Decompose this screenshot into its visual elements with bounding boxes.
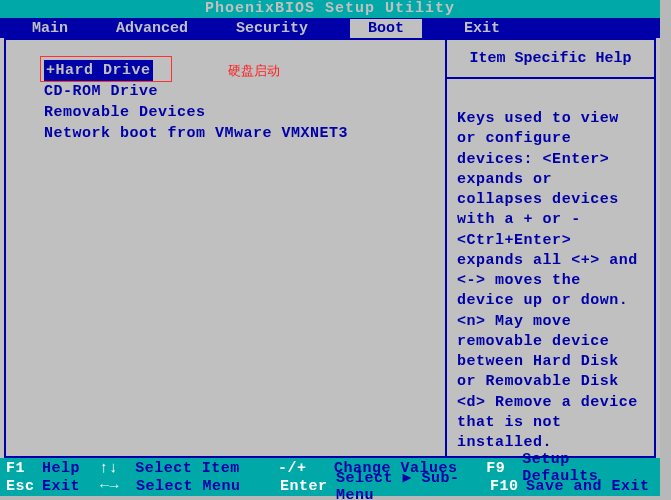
label-select-item: Select Item xyxy=(135,460,240,477)
content-area: 硬盘启动 +Hard Drive CD-ROM Drive Removable … xyxy=(0,38,660,458)
menu-security[interactable]: Security xyxy=(230,20,314,37)
menu-bar: Main Advanced Security Boot Exit xyxy=(0,18,660,38)
boot-item-network[interactable]: Network boot from VMware VMXNET3 xyxy=(44,123,437,144)
menu-advanced[interactable]: Advanced xyxy=(110,20,194,37)
label-select-menu: Select Menu xyxy=(136,478,241,495)
key-f10: F10 xyxy=(490,478,526,495)
label-help: Help xyxy=(42,460,80,477)
annotation-text: 硬盘启动 xyxy=(228,62,280,80)
help-body: Keys used to view or configure devices: … xyxy=(447,79,654,461)
boot-order-panel: 硬盘启动 +Hard Drive CD-ROM Drive Removable … xyxy=(4,38,446,458)
label-exit: Exit xyxy=(42,478,80,495)
menu-exit[interactable]: Exit xyxy=(458,20,506,37)
menu-main[interactable]: Main xyxy=(26,20,74,37)
boot-item-removable[interactable]: Removable Devices xyxy=(44,102,437,123)
footer-bar: F1Help ↑↓Select Item -/+Change Values F9… xyxy=(0,458,660,496)
title-bar: PhoenixBIOS Setup Utility xyxy=(0,0,660,18)
menu-boot[interactable]: Boot xyxy=(350,19,422,38)
key-esc: Esc xyxy=(6,478,42,495)
key-leftright: ←→ xyxy=(100,478,136,495)
label-save-exit: Save and Exit xyxy=(526,478,650,495)
key-enter: Enter xyxy=(280,478,336,495)
help-panel: Item Specific Help Keys used to view or … xyxy=(446,38,656,458)
boot-item-hard-drive[interactable]: +Hard Drive xyxy=(44,60,153,81)
label-select-submenu: Select ▶ Sub-Menu xyxy=(336,468,490,500)
key-f9: F9 xyxy=(486,460,522,477)
key-f1: F1 xyxy=(6,460,42,477)
key-updown: ↑↓ xyxy=(99,460,135,477)
help-header: Item Specific Help xyxy=(447,40,654,79)
boot-item-cdrom[interactable]: CD-ROM Drive xyxy=(44,81,437,102)
